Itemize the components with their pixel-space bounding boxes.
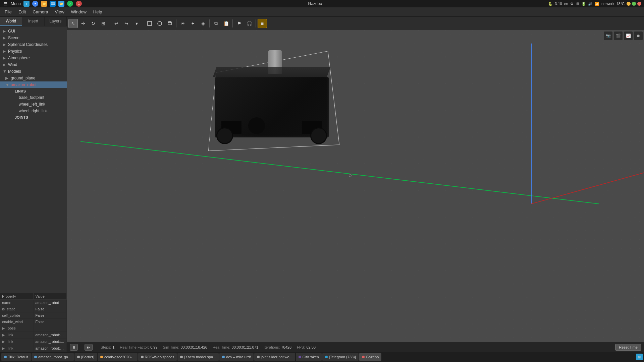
tree-item-physics[interactable]: ▶ Physics (0, 48, 67, 55)
close-btn[interactable] (637, 2, 641, 6)
reset-time-button[interactable]: Reset Time (615, 344, 641, 351)
active-tool-btn[interactable]: ■ (258, 19, 267, 28)
link3-expand-icon[interactable]: ▶ (2, 346, 7, 351)
taskbar-xacro[interactable]: [Xacro model spa... (177, 353, 219, 361)
taskbar-gitkraken[interactable]: GitKraken (296, 353, 322, 361)
sep6 (256, 19, 256, 27)
stopwatch-icon[interactable]: ⏱ (76, 1, 82, 7)
tree-item-ground-plane[interactable]: ▶ ground_plane (0, 75, 67, 81)
taskbar-ros[interactable]: ROS-Workspaces (138, 353, 177, 361)
files-icon[interactable]: 📁 (41, 1, 47, 7)
menu-view[interactable]: View (52, 9, 68, 15)
tree-item-base-footprint[interactable]: base_footprint (0, 94, 67, 101)
cylinder-btn[interactable] (165, 19, 174, 28)
viewport-wrapper: ↖ ✛ ↻ ⊞ ↩ ↪ ▾ ☀ ✦ ◈ ⧉ 📋 (67, 17, 644, 352)
files2-icon[interactable]: 📂 (58, 1, 64, 7)
tree-item-spherical[interactable]: ▶ Spherical Coordinates (0, 41, 67, 48)
taskbar-colab[interactable]: colab-gsoc2020-... (98, 353, 138, 361)
sun-btn[interactable]: ☀ (178, 19, 187, 28)
vscode-icon[interactable]: ⌨ (50, 1, 56, 7)
taskbar-joint[interactable]: joint:slider not wo... (254, 353, 295, 361)
props-header: Property Value (0, 293, 67, 300)
props-row-link3[interactable]: ▶ link amazon_robot::.... (0, 345, 67, 352)
step-button[interactable]: ⏭ (85, 344, 93, 351)
props-key-self-collide: self_collide (0, 312, 34, 318)
tree-item-amazon-robot[interactable]: ▼ amazon_robot (0, 81, 67, 88)
menu-label[interactable]: Menu (11, 1, 21, 6)
props-row-link1[interactable]: ▶ link amazon_robot::b... (0, 332, 67, 339)
paste-btn[interactable]: 📋 (221, 19, 231, 28)
workspace-btn[interactable]: ⊞ (636, 354, 643, 360)
pause-button[interactable]: ⏸ (70, 344, 78, 351)
record-btn[interactable]: ⏺ (634, 32, 643, 40)
tab-insert[interactable]: Insert (22, 17, 44, 26)
menu-file[interactable]: File (1, 9, 15, 15)
taskbar-gazebo1[interactable]: amazon_robot_ga... (32, 353, 74, 361)
props-row-name[interactable]: name amazon_robot (0, 300, 67, 306)
props-row-self-collide[interactable]: self_collide False (0, 312, 67, 319)
screenshot-btn[interactable]: 📷 (604, 32, 612, 40)
taskbar-dev[interactable]: dev – mira.urdf (219, 353, 253, 361)
taskbar-tilix[interactable]: Tilix: Default (1, 353, 31, 361)
undo-btn[interactable]: ↩ (112, 19, 121, 28)
tree-item-wheel-left[interactable]: wheel_left_link (0, 101, 67, 108)
taskbar-barrier[interactable]: [Barrier] (74, 353, 97, 361)
menu-icon[interactable]: ☰ (3, 1, 8, 6)
props-row-pose[interactable]: ▶ pose (0, 325, 67, 332)
minimize-btn[interactable] (627, 2, 631, 6)
sphere-btn[interactable] (155, 19, 164, 28)
point-light-btn[interactable]: ✦ (188, 19, 198, 28)
translate-tool-btn[interactable]: ✛ (78, 19, 88, 28)
spot-light-btn[interactable]: ◈ (198, 19, 208, 28)
video-btn[interactable]: 🎬 (614, 32, 623, 40)
scale-tool-btn[interactable]: ⊞ (99, 19, 108, 28)
tree-item-wheel-right[interactable]: wheel_right_link (0, 108, 67, 114)
iterations-label: Iterations: (264, 345, 280, 349)
taskbar: Tilix: Default amazon_robot_ga... [Barri… (0, 352, 644, 362)
rotate-tool-btn[interactable]: ↻ (89, 19, 98, 28)
menu-window[interactable]: Window (68, 9, 90, 15)
copy-btn[interactable]: ⧉ (211, 19, 221, 28)
tilix-icon[interactable]: T (23, 1, 30, 7)
viewport[interactable]: 📷 🎬 📈 ⏺ (67, 30, 644, 342)
tree-item-links-header: LINKS (0, 88, 67, 94)
taskbar-gazebo2[interactable]: Gazebo (359, 353, 382, 361)
arrow-down-btn[interactable]: ▾ (132, 19, 141, 28)
sim-time-indicator: Sim Time: 00:00:01:18.426 (163, 345, 207, 349)
rtf-indicator: Real Time Factor: 0.99 (120, 345, 157, 349)
gazebo1-label: amazon_robot_ga... (38, 355, 71, 359)
flag-btn[interactable]: ⚑ (234, 19, 244, 28)
pose-expand-icon[interactable]: ▶ (2, 326, 7, 330)
tab-world[interactable]: World (0, 17, 22, 26)
taskbar-telegram[interactable]: [Telegram (738)] (322, 353, 359, 361)
headphones-btn[interactable]: 🎧 (245, 19, 254, 28)
tree-item-wind[interactable]: ▶ Wind (0, 61, 67, 68)
joint-dot (257, 356, 260, 358)
tree-item-scene[interactable]: ▶ Scene (0, 35, 67, 41)
dev-dot (222, 356, 225, 358)
menu-edit[interactable]: Edit (15, 9, 29, 15)
chrome-icon[interactable]: ● (32, 1, 38, 7)
tree-item-gui[interactable]: ▶ GUI (0, 28, 67, 35)
maximize-btn[interactable] (632, 2, 636, 6)
props-row-link2[interactable]: ▶ link amazon_robot::... (0, 339, 67, 345)
menu-help[interactable]: Help (90, 9, 106, 15)
menu-camera[interactable]: Camera (29, 9, 51, 15)
graph-btn[interactable]: 📈 (624, 32, 633, 40)
traffic-lights (627, 2, 641, 6)
redo-btn[interactable]: ↪ (122, 19, 131, 28)
props-row-enable-wind[interactable]: enable_wind False (0, 319, 67, 325)
tree-item-models[interactable]: ▼ Models (0, 68, 67, 75)
box-btn[interactable] (145, 19, 154, 28)
system-bar: ☰ Menu T ● 📁 ⌨ 📂 ♪ ⏱ Gazebo 🐍 3.10 en ⚙ … (0, 0, 644, 7)
select-tool-btn[interactable]: ↖ (68, 19, 78, 28)
tab-layers[interactable]: Layers (45, 17, 67, 26)
iterations-indicator: Iterations: 78426 (264, 345, 291, 349)
sound-icon: 🔊 (588, 2, 593, 6)
props-row-is-static[interactable]: is_static False (0, 306, 67, 312)
link1-expand-icon[interactable]: ▶ (2, 333, 7, 337)
tree-label-physics: Physics (8, 49, 22, 54)
spotify-icon[interactable]: ♪ (67, 1, 73, 7)
tree-item-atmosphere[interactable]: ▶ Atmosphere (0, 55, 67, 61)
link2-expand-icon[interactable]: ▶ (2, 340, 7, 344)
